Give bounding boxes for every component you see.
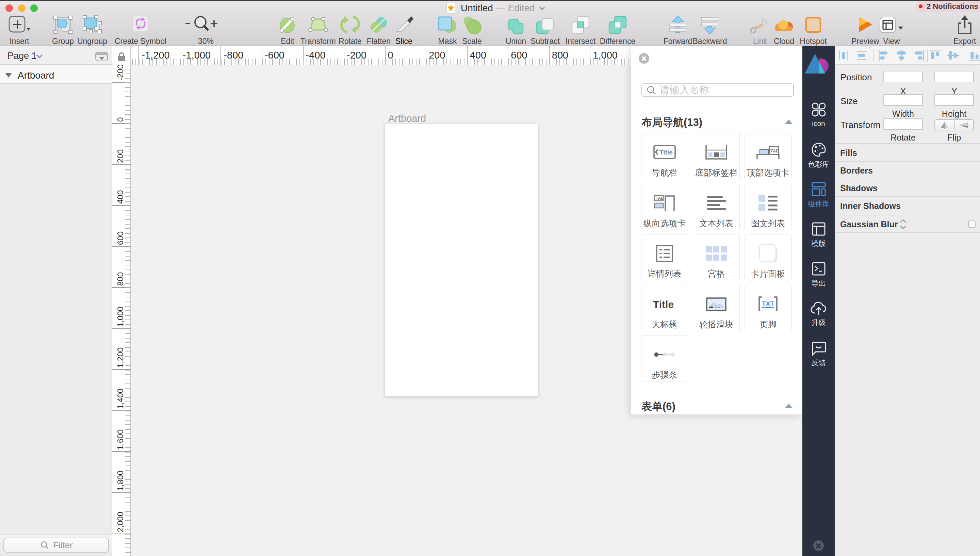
svg-text:TAB: TAB [770, 149, 779, 154]
svg-text:Title: Title [653, 299, 674, 310]
svg-text:TXT: TXT [762, 300, 774, 307]
svg-text:TAB: TAB [656, 196, 664, 201]
svg-text:Title: Title [659, 149, 673, 156]
